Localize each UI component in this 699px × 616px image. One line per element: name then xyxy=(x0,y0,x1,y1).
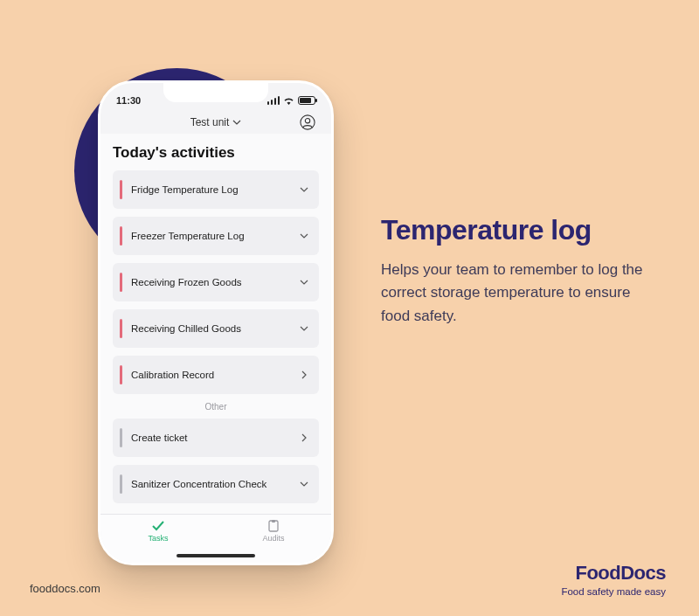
chevron-right-icon xyxy=(298,432,310,444)
accent-bar xyxy=(120,226,122,246)
svg-point-1 xyxy=(305,119,309,123)
nav-label: Tasks xyxy=(148,534,168,543)
promo-text: Temperature log Helps your team to remem… xyxy=(381,214,661,328)
activity-row[interactable]: Sanitizer Concentration Check xyxy=(113,465,319,503)
activity-label: Receiving Frozen Goods xyxy=(131,277,298,287)
chevron-right-icon xyxy=(298,369,310,381)
nav-audits[interactable]: Audits xyxy=(243,520,304,543)
activity-label: Fridge Temperature Log xyxy=(131,184,298,195)
promo-body: Helps your team to remember to log the c… xyxy=(381,259,661,328)
nav-label: Audits xyxy=(262,534,284,543)
unit-name: Test unit xyxy=(190,116,230,128)
promo-title: Temperature log xyxy=(381,214,661,246)
accent-bar xyxy=(120,365,122,384)
activity-row[interactable]: Fridge Temperature Log xyxy=(113,170,319,209)
activity-row[interactable]: Freezer Temperature Log xyxy=(113,217,319,255)
activity-row[interactable]: Create ticket xyxy=(113,419,319,457)
page-title: Today's activities xyxy=(113,144,319,162)
nav-tasks[interactable]: Tasks xyxy=(128,520,189,543)
svg-rect-3 xyxy=(272,520,275,523)
bottom-nav: Tasks Audits xyxy=(100,514,331,563)
cellular-icon xyxy=(267,96,280,105)
activity-label: Freezer Temperature Log xyxy=(131,231,298,241)
profile-icon[interactable] xyxy=(300,114,315,130)
check-icon xyxy=(151,520,165,532)
phone-mockup: 11:30 Test unit Today's activities Fridg… xyxy=(98,80,334,565)
chevron-down-icon xyxy=(298,478,310,490)
accent-bar xyxy=(120,428,122,447)
home-indicator xyxy=(176,554,255,557)
unit-selector-row: Test unit xyxy=(100,109,331,134)
wifi-icon xyxy=(283,96,294,105)
accent-bar xyxy=(120,319,122,338)
unit-selector[interactable]: Test unit xyxy=(190,116,242,128)
activity-label: Sanitizer Concentration Check xyxy=(131,479,298,489)
footer-url: fooddocs.com xyxy=(30,582,100,595)
status-time: 11:30 xyxy=(116,95,141,106)
accent-bar xyxy=(120,180,122,199)
section-label-other: Other xyxy=(113,402,319,412)
activity-row[interactable]: Calibration Record xyxy=(113,356,319,394)
battery-icon xyxy=(298,96,315,105)
brand-name: FoodDocs xyxy=(561,562,666,585)
accent-bar xyxy=(120,273,122,292)
activity-label: Receiving Chilled Goods xyxy=(131,323,298,334)
phone-notch xyxy=(163,83,268,102)
status-indicators xyxy=(267,96,316,105)
screen-content: Today's activities Fridge Temperature Lo… xyxy=(100,134,331,514)
chevron-down-icon xyxy=(298,183,310,196)
activity-row[interactable]: Receiving Chilled Goods xyxy=(113,309,319,348)
accent-bar xyxy=(120,474,122,494)
chevron-down-icon xyxy=(232,118,241,127)
clipboard-icon xyxy=(266,520,280,532)
activity-label: Calibration Record xyxy=(131,370,298,380)
brand-tagline: Food safety made easy xyxy=(561,586,666,597)
chevron-down-icon xyxy=(298,322,310,335)
chevron-down-icon xyxy=(298,230,310,242)
chevron-down-icon xyxy=(298,276,310,288)
activity-label: Create ticket xyxy=(131,433,298,443)
footer-logo: FoodDocs Food safety made easy xyxy=(561,562,666,597)
activity-row[interactable]: Receiving Frozen Goods xyxy=(113,263,319,301)
